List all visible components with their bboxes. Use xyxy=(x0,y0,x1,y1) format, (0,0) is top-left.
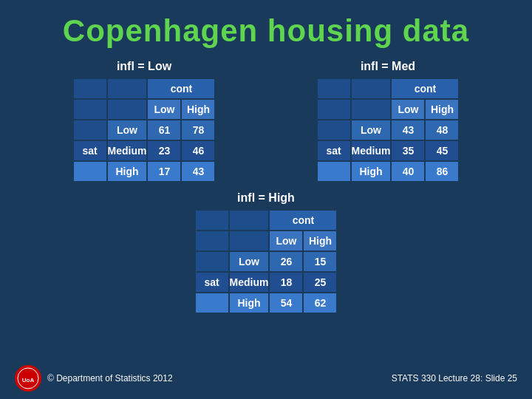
cell-row3-label-1: High xyxy=(107,161,148,182)
cell-row3-v1-1: 17 xyxy=(147,161,181,182)
cell-row3-label-3: High xyxy=(229,293,270,313)
cell-row1-v1-1: 61 xyxy=(147,120,181,140)
table-infl-high: infl = High cont Low High Low 26 15 sat xyxy=(194,191,338,314)
cell-empty-8 xyxy=(351,78,392,99)
cell-empty-6 xyxy=(73,161,107,182)
cell-row1-label-1: Low xyxy=(107,120,148,140)
cell-cont-3: cont xyxy=(269,210,337,231)
cell-empty-17 xyxy=(195,251,229,272)
cell-row3-v1-3: 54 xyxy=(269,293,303,313)
cell-empty-2 xyxy=(107,78,148,99)
cell-empty-9 xyxy=(317,99,351,120)
cell-empty-4 xyxy=(107,99,148,120)
top-tables-row: infl = Low cont Low High Low 61 78 sat xyxy=(0,60,532,183)
table-1: cont Low High Low 61 78 sat Medium 23 46 xyxy=(72,78,216,183)
cell-row1-v1-2: 43 xyxy=(391,120,425,140)
cell-col-low-2: Low xyxy=(391,99,425,120)
footer-copyright: © Department of Statistics 2012 xyxy=(47,373,173,383)
cell-row3-v2-3: 62 xyxy=(303,293,337,313)
table-3: cont Low High Low 26 15 sat Medium 18 25 xyxy=(194,209,338,314)
university-logo: UoA xyxy=(15,365,41,392)
cell-row2-label-1: Medium xyxy=(107,140,148,161)
footer: UoA © Department of Statistics 2012 STAT… xyxy=(15,365,517,392)
cell-row2-v1-1: 23 xyxy=(147,140,181,161)
cell-row3-v2-2: 86 xyxy=(425,161,459,182)
svg-text:UoA: UoA xyxy=(22,377,35,383)
cell-row2-v1-3: 18 xyxy=(269,272,303,293)
footer-slide-info: STATS 330 Lecture 28: Slide 25 xyxy=(392,373,517,383)
cell-col-high-3: High xyxy=(303,231,337,251)
table-infl-med-label: infl = Med xyxy=(361,60,415,73)
cell-row1-v2-3: 15 xyxy=(303,251,337,272)
cell-row1-label-2: Low xyxy=(351,120,392,140)
table-infl-high-label: infl = High xyxy=(237,191,295,205)
cell-sat-label-1: sat xyxy=(73,140,107,161)
page-title: Copenhagen housing data xyxy=(0,0,532,56)
cell-empty-15 xyxy=(195,231,229,251)
cell-row3-v2-1: 43 xyxy=(181,161,215,182)
cell-row2-v1-2: 35 xyxy=(391,140,425,161)
cell-empty-10 xyxy=(351,99,392,120)
cell-empty-12 xyxy=(317,161,351,182)
table-infl-low-label: infl = Low xyxy=(117,60,171,73)
cell-row3-v1-2: 40 xyxy=(391,161,425,182)
cell-empty-3 xyxy=(73,99,107,120)
cell-empty-14 xyxy=(229,210,270,231)
cell-empty-1 xyxy=(73,78,107,99)
cell-row2-label-2: Medium xyxy=(351,140,392,161)
cell-row3-label-2: High xyxy=(351,161,392,182)
cell-empty-5 xyxy=(73,120,107,140)
cell-row1-v2-2: 48 xyxy=(425,120,459,140)
cell-empty-11 xyxy=(317,120,351,140)
table-infl-med: infl = Med cont Low High Low 43 48 sat xyxy=(316,60,460,183)
cell-col-low-3: Low xyxy=(269,231,303,251)
cell-row1-v2-1: 78 xyxy=(181,120,215,140)
cell-row1-label-3: Low xyxy=(229,251,270,272)
footer-left: UoA © Department of Statistics 2012 xyxy=(15,365,173,392)
cell-cont-1: cont xyxy=(147,78,215,99)
cell-empty-13 xyxy=(195,210,229,231)
cell-sat-label-2: sat xyxy=(317,140,351,161)
cell-empty-7 xyxy=(317,78,351,99)
cell-sat-label-3: sat xyxy=(195,272,229,293)
cell-row2-label-3: Medium xyxy=(229,272,270,293)
logo-icon: UoA xyxy=(17,367,39,389)
cell-row2-v2-2: 45 xyxy=(425,140,459,161)
cell-cont-2: cont xyxy=(391,78,459,99)
cell-col-high-2: High xyxy=(425,99,459,120)
cell-col-low-1: Low xyxy=(147,99,181,120)
cell-row1-v1-3: 26 xyxy=(269,251,303,272)
cell-empty-16 xyxy=(229,231,270,251)
cell-row2-v2-1: 46 xyxy=(181,140,215,161)
table-infl-low: infl = Low cont Low High Low 61 78 sat xyxy=(72,60,216,183)
bottom-table-row: infl = High cont Low High Low 26 15 sat xyxy=(0,191,532,314)
cell-empty-18 xyxy=(195,293,229,313)
cell-row2-v2-3: 25 xyxy=(303,272,337,293)
table-2: cont Low High Low 43 48 sat Medium 35 45 xyxy=(316,78,460,183)
cell-col-high-1: High xyxy=(181,99,215,120)
